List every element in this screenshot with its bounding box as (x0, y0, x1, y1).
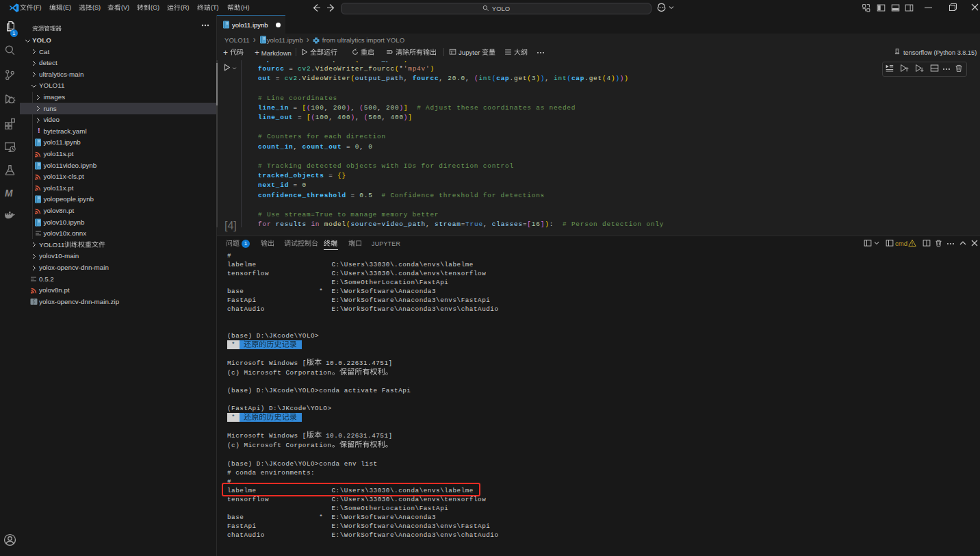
svg-text:M: M (5, 188, 13, 199)
